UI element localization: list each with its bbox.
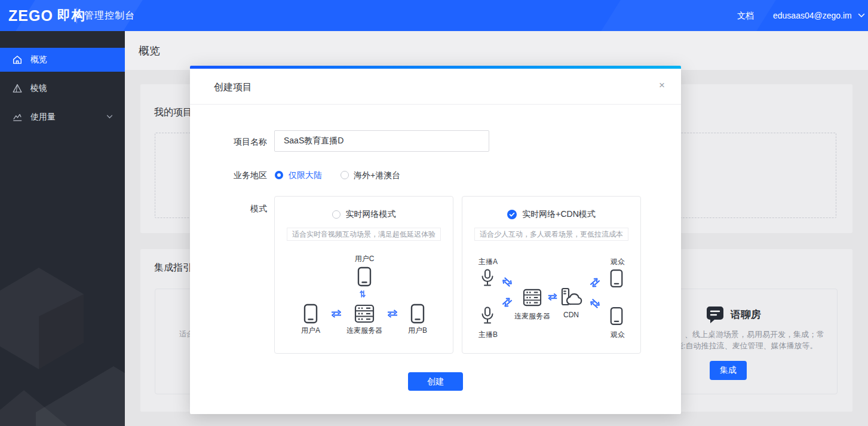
radio-mainland-label[interactable]: 仅限大陆 xyxy=(289,170,322,181)
usage-icon xyxy=(12,112,23,122)
chevron-down-icon[interactable] xyxy=(106,115,113,119)
phone-icon xyxy=(609,307,624,326)
swap-diagonal-icon xyxy=(499,274,515,289)
voice-room-title: 语聊房 xyxy=(731,308,761,321)
swap-horizontal-icon xyxy=(547,293,559,301)
voice-room-desc-line2: 能:自动推拉流、麦位管理、媒体播放等。 xyxy=(676,341,818,351)
server-icon xyxy=(522,289,542,307)
swap-diagonal-icon xyxy=(587,296,603,311)
modal-divider xyxy=(190,104,681,105)
chat-bubble-icon xyxy=(704,304,726,325)
page-header-band xyxy=(125,31,868,70)
console-title: 管理控制台 xyxy=(84,0,135,31)
mode-card-desc: 适合少人互动，多人观看场景，更低拉流成本 xyxy=(474,228,628,241)
radio-rtc-mode[interactable] xyxy=(332,210,341,219)
project-name-label: 项目名称 xyxy=(190,137,267,148)
integration-guide-title: 集成指引 xyxy=(154,262,192,274)
cdn-icon xyxy=(561,287,582,307)
check-circle-icon[interactable] xyxy=(507,210,517,219)
mode-card-rtc-cdn[interactable]: 实时网络+CDN模式 适合少人互动，多人观看场景，更低拉流成本 主播A 主播B … xyxy=(462,196,641,354)
microphone-icon xyxy=(481,307,494,326)
create-button[interactable]: 创建 xyxy=(408,372,463,391)
mode-label: 模式 xyxy=(190,204,267,214)
zego-logo[interactable]: ZEGO 即构 xyxy=(8,0,86,31)
diagram-user-c-label: 用户C xyxy=(355,254,375,264)
server-icon xyxy=(354,304,375,323)
radio-overseas[interactable] xyxy=(341,171,349,179)
diagram-host-b-label: 主播B xyxy=(479,330,498,340)
account-menu[interactable]: edusaas04@zego.im xyxy=(773,0,852,31)
diagram-server-label: 连麦服务器 xyxy=(514,311,550,321)
voice-room-desc-line1: 、线上桌游场景，易用易开发，集成；常 xyxy=(685,329,824,340)
sidebar-item-label: 概览 xyxy=(30,54,47,65)
logo-text-en: ZEGO xyxy=(8,7,53,24)
sidebar-item-label: 使用量 xyxy=(30,112,56,122)
radio-mainland[interactable] xyxy=(275,171,283,179)
sidebar-nav: 概览 棱镜 使用量 xyxy=(0,31,125,426)
mode-card-desc: 适合实时音视频互动场景，满足超低延迟体验 xyxy=(287,228,441,241)
swap-diagonal-icon xyxy=(499,295,515,309)
logo-text-cn: 即构 xyxy=(57,7,86,24)
sidebar-item-label: 棱镜 xyxy=(30,83,47,94)
modal-accent-bar xyxy=(190,66,681,69)
swap-horizontal-icon xyxy=(330,309,343,318)
region-label: 业务地区 xyxy=(190,170,267,181)
phone-icon xyxy=(410,304,425,324)
diagram-server-label: 连麦服务器 xyxy=(346,326,382,336)
close-icon[interactable]: × xyxy=(659,79,665,91)
swap-horizontal-icon xyxy=(386,309,399,318)
project-name-input[interactable] xyxy=(274,130,489,152)
phone-icon xyxy=(357,266,372,287)
diagram-user-b-label: 用户B xyxy=(408,326,427,336)
mode-card-title: 实时网络+CDN模式 xyxy=(522,209,596,220)
home-icon xyxy=(12,54,23,65)
diagram-user-a-label: 用户A xyxy=(301,326,320,336)
diagram-viewer-bottom-label: 观众 xyxy=(611,330,625,340)
prism-icon xyxy=(12,83,23,94)
top-navbar: ZEGO 即构 管理控制台 文档 edusaas04@zego.im xyxy=(0,0,868,31)
docs-link[interactable]: 文档 xyxy=(737,0,754,31)
chevron-down-icon[interactable] xyxy=(858,13,865,18)
phone-icon xyxy=(609,269,624,288)
app-root: ZEGO 即构 管理控制台 文档 edusaas04@zego.im 概览 棱镜 xyxy=(0,0,868,426)
sidebar-item-overview[interactable]: 概览 xyxy=(0,48,125,72)
sidebar-item-usage[interactable]: 使用量 xyxy=(0,105,125,129)
my-projects-title: 我的项目 xyxy=(154,106,192,119)
phone-icon xyxy=(303,304,318,324)
mode-card-title: 实时网络模式 xyxy=(346,209,396,220)
microphone-icon xyxy=(481,269,494,288)
page-title: 概览 xyxy=(139,44,160,58)
mode-card-rtc[interactable]: 实时网络模式 适合实时音视频互动场景，满足超低延迟体验 用户C xyxy=(274,196,453,354)
diagram-host-a-label: 主播A xyxy=(479,257,498,267)
diagram-cdn-label: CDN xyxy=(563,311,579,319)
diagram-viewer-top-label: 观众 xyxy=(611,257,625,267)
modal-title: 创建项目 xyxy=(214,81,252,94)
swap-diagonal-icon xyxy=(587,275,603,290)
topbar-divider xyxy=(76,8,77,23)
swap-vertical-icon xyxy=(360,289,369,302)
create-project-modal: 创建项目 × 项目名称 业务地区 仅限大陆 海外+港澳台 模式 实时网络模式 适… xyxy=(190,66,681,414)
integrate-button[interactable]: 集成 xyxy=(710,361,747,380)
radio-overseas-label[interactable]: 海外+港澳台 xyxy=(354,170,400,181)
sidebar-item-prism[interactable]: 棱镜 xyxy=(0,76,125,100)
